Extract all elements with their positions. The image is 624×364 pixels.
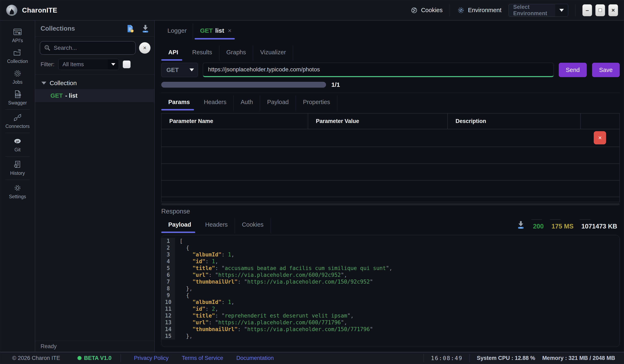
param-row[interactable] [161, 181, 620, 197]
sidebar-item-settings[interactable]: Settings [0, 181, 35, 202]
tab-label: Headers [205, 221, 228, 228]
section-divider [161, 93, 620, 93]
filter-select[interactable]: All Items [58, 59, 119, 70]
privacy-policy-link[interactable]: Privacy Policy [134, 355, 169, 361]
tab-auth[interactable]: Auth [234, 95, 260, 111]
tab-response-cookies[interactable]: Cookies [235, 218, 271, 233]
tab-get-list[interactable]: GET list × [193, 23, 236, 40]
collections-panel: Collections [35, 21, 155, 352]
param-value-cell[interactable] [308, 129, 448, 147]
tab-params[interactable]: Params [161, 95, 197, 111]
tab-vizualizer[interactable]: Vizualizer [253, 46, 293, 61]
param-row[interactable] [161, 147, 620, 164]
tree-request-get-list[interactable]: GET - list [35, 89, 154, 102]
tab-label: Payload [168, 221, 191, 228]
code-line: 6 "url": "https://via.placeholder.com/60… [161, 272, 620, 278]
beta-badge: BETA V1.0 [78, 355, 112, 361]
beta-dot-icon [78, 356, 81, 360]
send-button[interactable]: Send [559, 63, 587, 77]
code-line: 10 "albumId": 1, [161, 299, 620, 306]
param-name-cell[interactable] [161, 129, 308, 147]
beta-label: BETA V1.0 [84, 355, 112, 361]
filter-checkbox[interactable] [123, 61, 130, 68]
minimize-button[interactable]: – [582, 4, 592, 16]
line-content: "url": "https://via.placeholder.com/600/… [175, 319, 347, 326]
tab-api[interactable]: API [161, 46, 185, 61]
request-name: - list [65, 92, 78, 99]
tab-properties[interactable]: Properties [296, 95, 337, 111]
tab-label: Cookies [242, 221, 264, 228]
sidebar-item-jobs[interactable]: Jobs [0, 67, 35, 87]
horizontal-scrollbar[interactable] [161, 203, 620, 205]
cpu-usage-text: System CPU : 12.88 % [477, 355, 535, 361]
request-progress-row: 1/1 [161, 81, 620, 88]
search-input[interactable] [54, 45, 131, 51]
save-button[interactable]: Save [592, 63, 620, 77]
topbar-actions: Cookies Environment Select Environment –… [410, 4, 618, 17]
url-input[interactable] [203, 63, 554, 77]
sidebar-item-history[interactable]: History [0, 158, 35, 179]
view-tabs: API Results Graphs Vizualizer [161, 46, 620, 61]
tab-label: Logger [167, 27, 187, 34]
search-clear-button[interactable]: × [139, 42, 151, 54]
sidebar-divider [5, 180, 30, 180]
sidebar-label: Collection [7, 59, 28, 64]
response-payload-viewer[interactable]: 1[2 {3 "albumId": 1,4 "id": 1,5 "title":… [161, 235, 620, 347]
new-collection-button[interactable] [126, 24, 134, 33]
tab-response-headers[interactable]: Headers [198, 218, 235, 233]
close-button[interactable]: × [608, 4, 618, 16]
tab-payload[interactable]: Payload [260, 95, 296, 111]
line-number: 12 [161, 312, 175, 319]
tab-results[interactable]: Results [185, 46, 219, 61]
tree-node-collection[interactable]: Collection [35, 78, 154, 89]
code-line: 9 { [161, 292, 620, 299]
tab-logger[interactable]: Logger [161, 23, 193, 40]
terms-of-service-link[interactable]: Terms of Service [182, 355, 223, 361]
tab-response-payload[interactable]: Payload [161, 218, 198, 233]
param-row[interactable] [161, 164, 620, 181]
svg-text:git: git [16, 140, 19, 143]
environment-button[interactable]: Environment [457, 6, 501, 14]
sidebar-label: Settings [9, 194, 26, 200]
line-number: 9 [161, 292, 175, 299]
tab-headers[interactable]: Headers [197, 95, 234, 111]
method-select[interactable]: GET [161, 63, 198, 77]
sidebar-item-connectors[interactable]: Connectors [0, 111, 35, 132]
request-method-badge: GET [51, 92, 63, 99]
active-tab-underline [161, 59, 182, 61]
param-row[interactable]: × [161, 129, 620, 147]
environment-select-value: Select Environment [509, 4, 555, 17]
tree-node-label: Collection [50, 80, 77, 87]
environment-gear-icon [457, 6, 465, 14]
tab-graphs[interactable]: Graphs [219, 46, 253, 61]
line-number: 13 [161, 319, 175, 326]
app-body: API </> API's Collection Jo [0, 21, 624, 352]
param-row[interactable] [161, 197, 620, 202]
line-number: 6 [161, 272, 175, 278]
cookies-button[interactable]: Cookies [410, 6, 442, 14]
maximize-button[interactable] [595, 4, 605, 16]
sidebar-item-apis[interactable]: API </> API's [0, 25, 35, 46]
svg-text:</>: </> [15, 33, 17, 35]
remove-row-button[interactable]: × [594, 131, 606, 144]
sidebar-item-swagger[interactable]: JSON Swagger [0, 87, 35, 108]
line-number: 14 [161, 326, 175, 333]
brand: CharonITE [6, 4, 57, 16]
collections-status-bar: Ready [35, 341, 154, 352]
environment-select[interactable]: Select Environment [508, 4, 568, 17]
app-title: CharonITE [22, 6, 57, 14]
download-response-button[interactable] [517, 221, 525, 229]
param-description-cell[interactable] [448, 129, 581, 147]
line-number: 3 [161, 251, 175, 258]
sidebar-item-git[interactable]: git Git [0, 134, 35, 155]
line-number: 15 [161, 333, 175, 340]
copyright-text: © 2026 Charon ITE [12, 355, 60, 361]
documentation-link[interactable]: Documentation [236, 355, 274, 361]
topbar-divider [575, 4, 575, 16]
line-content: "url": "https://via.placeholder.com/600/… [175, 272, 347, 278]
tab-close-icon[interactable]: × [228, 27, 232, 34]
import-collection-button[interactable] [141, 24, 150, 33]
tab-label: Results [192, 49, 212, 56]
line-content: "title": "reprehenderit est deserunt vel… [175, 312, 354, 319]
sidebar-item-collection[interactable]: Collection [0, 46, 35, 67]
